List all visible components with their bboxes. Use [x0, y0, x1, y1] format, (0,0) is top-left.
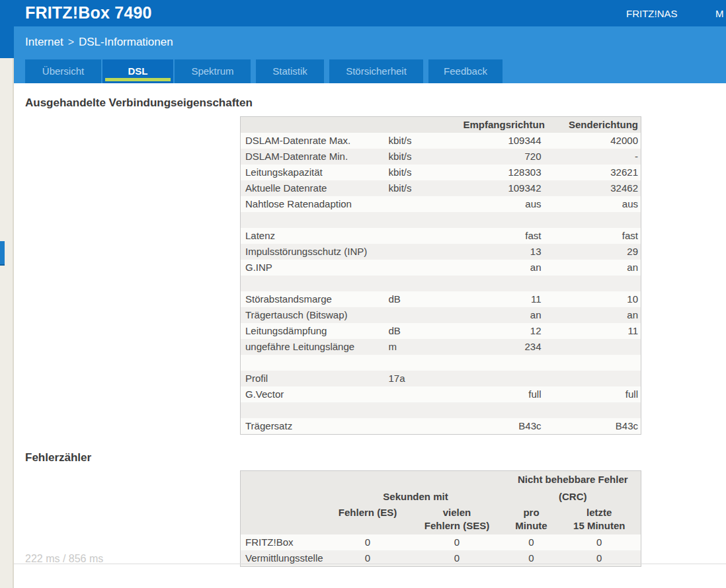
cell-unit [383, 355, 464, 371]
table-row: ungefähre Leitungslängem234 [241, 339, 641, 355]
cell-tx: 32621 [545, 165, 641, 180]
cell-tx: - [545, 149, 641, 165]
table-row: Impulsstörungsschutz (INP)1329 [241, 244, 641, 260]
cell-unit: kbit/s [383, 149, 464, 165]
header-ses: vielenFehlern (SES) [409, 505, 505, 534]
device-title: FRITZ!Box 7490 [25, 3, 152, 22]
cell-label: Impulsstörungsschutz (INP) [241, 244, 383, 260]
cell-rx: 234 [464, 339, 545, 355]
cell-tx: aus [545, 196, 641, 212]
cell-label: FRITZ!Box [241, 534, 327, 550]
footer-divider [14, 564, 726, 564]
cell-unit: kbit/s [383, 165, 464, 180]
cell-label: Trägersatz [241, 418, 383, 435]
fritzbox-dsl-page: { "header": { "title": "FRITZ!Box 7490",… [0, 0, 726, 588]
cell-tx: an [545, 307, 641, 323]
cell-label: Trägertausch (Bitswap) [241, 307, 383, 323]
cell-label: Leitungsdämpfung [241, 323, 383, 339]
cell-rx: an [464, 260, 545, 276]
cell-label: Latenz [241, 228, 383, 244]
cell-rx: B43c [464, 418, 545, 435]
cell-rx: 109342 [464, 180, 545, 196]
connection-section-heading: Ausgehandelte Verbindungseigenschaften [25, 96, 253, 110]
cell-unit [383, 386, 464, 402]
table-spacer-row [241, 402, 641, 418]
tab-stoersicherheit[interactable]: Störsicherheit [329, 59, 423, 83]
cell-unit [383, 212, 464, 228]
cell-unit: 17a [383, 371, 464, 386]
cell-label: DSLAM-Datenrate Min. [241, 149, 383, 165]
table-row: Profil17a [241, 371, 641, 386]
table-group-header-row: Sekunden mit Nicht behebbare Fehler (CRC… [241, 471, 641, 506]
cell-label: G.Vector [241, 386, 383, 402]
cell-tx [545, 402, 641, 418]
cell-label: Profil [241, 371, 383, 386]
breadcrumb-separator-icon: > [68, 36, 74, 48]
cell-tx: full [545, 386, 641, 402]
header-empty [241, 117, 383, 133]
timing-status-text: 222 ms / 856 ms [25, 551, 103, 567]
cell-label: Leitungskapazität [241, 165, 383, 180]
cell-unit [383, 402, 464, 418]
cell-value: 0 [505, 534, 558, 550]
cell-unit: dB [383, 291, 464, 307]
connection-properties-table: Empfangsrichtung Senderichtung DSLAM-Dat… [240, 116, 641, 435]
breadcrumb-section[interactable]: Internet [25, 36, 63, 48]
sidebar-active-menu-item[interactable] [0, 241, 5, 266]
cell-tx: 11 [545, 323, 641, 339]
tab-uebersicht[interactable]: Übersicht [25, 59, 101, 83]
tab-statistik[interactable]: Statistik [256, 59, 324, 83]
sidebar-top-strip [0, 26, 14, 58]
cell-label: ungefähre Leitungslänge [241, 339, 383, 355]
cell-tx: 42000 [545, 133, 641, 149]
cell-rx [464, 212, 545, 228]
cell-rx: full [464, 386, 545, 402]
error-counter-table: Sekunden mit Nicht behebbare Fehler (CRC… [240, 470, 641, 567]
cell-unit [383, 307, 464, 323]
nav-myfritz-link-partial[interactable]: M [715, 8, 724, 19]
cell-tx [545, 276, 641, 291]
table-spacer-row [241, 212, 641, 228]
top-header-bar: FRITZ!Box 7490 FRITZ!NAS M [0, 0, 726, 26]
cell-unit [383, 196, 464, 212]
content-area: Ausgehandelte Verbindungseigenschaften E… [14, 83, 726, 588]
tab-spektrum[interactable]: Spektrum [175, 59, 251, 83]
cell-label [241, 212, 383, 228]
cell-tx: 32462 [545, 180, 641, 196]
cell-unit [383, 244, 464, 260]
table-row: LeitungsdämpfungdB1211 [241, 323, 641, 339]
cell-label: Aktuelle Datenrate [241, 180, 383, 196]
table-row: Nahtlose Ratenadaptionausaus [241, 196, 641, 212]
cell-unit [383, 260, 464, 276]
header-group-crc: Nicht behebbare Fehler (CRC) [505, 471, 641, 506]
cell-label: Störabstandsmarge [241, 291, 383, 307]
cell-tx: 10 [545, 291, 641, 307]
tab-feedback[interactable]: Feedback [428, 59, 503, 83]
cell-unit [383, 418, 464, 435]
nav-fritznas-link[interactable]: FRITZ!NAS [626, 8, 678, 19]
cell-rx: 720 [464, 149, 545, 165]
error-section-heading: Fehlerzähler [25, 451, 91, 464]
cell-unit: m [383, 339, 464, 355]
cell-rx: fast [464, 228, 545, 244]
cell-tx: 29 [545, 244, 641, 260]
table-header-row: Empfangsrichtung Senderichtung [241, 117, 641, 133]
table-row: TrägersatzB43cB43c [241, 418, 641, 435]
table-row: StörabstandsmargedB1110 [241, 291, 641, 307]
cell-tx: B43c [545, 418, 641, 435]
tab-bar: Übersicht DSL Spektrum Statistik Störsic… [14, 58, 726, 83]
table-spacer-row [241, 276, 641, 291]
table-row: Leitungskapazitätkbit/s12830332621 [241, 165, 641, 180]
header-es: Fehlern (ES) [327, 505, 409, 534]
breadcrumb-page: DSL-Informationen [79, 36, 173, 48]
table-row: FRITZ!Box 0 0 0 0 [241, 534, 641, 550]
header-empty [383, 117, 464, 133]
tab-dsl[interactable]: DSL [102, 59, 173, 83]
cell-unit: kbit/s [383, 133, 464, 149]
cell-label [241, 276, 383, 291]
cell-unit: kbit/s [383, 180, 464, 196]
cell-value: 0 [558, 534, 641, 550]
cell-unit [383, 276, 464, 291]
sidebar-edge-strip [0, 58, 14, 588]
cell-rx [464, 402, 545, 418]
